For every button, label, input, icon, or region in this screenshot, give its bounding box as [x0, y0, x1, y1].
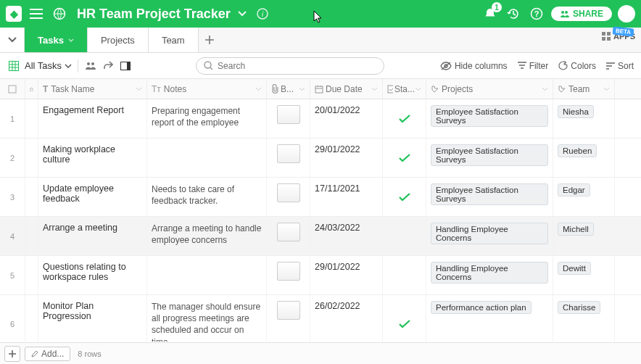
expand-sidebar-icon[interactable] [0, 28, 25, 52]
due-date-cell[interactable]: 24/03/2022 [310, 217, 383, 255]
add-tab-button[interactable] [199, 28, 220, 52]
task-name-cell[interactable]: Making workplace culture [38, 138, 147, 177]
team-chip[interactable]: Rueben [558, 144, 597, 157]
task-name-cell[interactable]: Update employee feedback [38, 178, 147, 216]
add-row-button[interactable] [4, 346, 20, 362]
notes-cell[interactable]: Needs to take care of feedback tracker. [147, 178, 267, 216]
chevron-down-icon[interactable] [542, 87, 548, 91]
row-number[interactable]: 5 [0, 256, 25, 294]
colors-button[interactable]: Colors [558, 61, 596, 71]
team-cell[interactable]: Dewitt [553, 256, 615, 294]
project-cell[interactable]: Employee Satisfaction Surveys [426, 138, 553, 177]
task-name-cell[interactable]: Arrange a meeting [38, 217, 147, 255]
attachment-thumbnail[interactable] [277, 183, 300, 202]
column-attachments[interactable]: B... [267, 79, 310, 99]
chevron-down-icon[interactable] [238, 11, 247, 17]
project-cell[interactable]: Performance action plan [426, 295, 553, 342]
notes-cell[interactable]: Arrange a meeting to handle employee con… [147, 217, 267, 255]
hide-columns-button[interactable]: Hide columns [440, 61, 508, 71]
chevron-down-icon[interactable] [136, 87, 142, 91]
team-chip[interactable]: Niesha [558, 105, 594, 118]
status-cell[interactable] [383, 99, 426, 138]
notes-cell[interactable]: The manager should ensure all progress m… [147, 295, 267, 342]
table-row[interactable]: 1Engagement ReportPreparing engagement r… [0, 99, 641, 138]
team-chip[interactable]: Charisse [558, 301, 600, 314]
people-icon[interactable] [84, 59, 97, 73]
notes-cell[interactable]: Preparing engagement report of the emplo… [147, 99, 267, 138]
attachment-thumbnail[interactable] [277, 262, 300, 281]
status-cell[interactable] [383, 295, 426, 342]
column-projects[interactable]: Projects [426, 79, 553, 99]
search-input-wrap[interactable] [196, 57, 384, 75]
table-row[interactable]: 6Monitor Plan ProgressionThe manager sho… [0, 295, 641, 342]
menu-icon[interactable] [28, 5, 45, 22]
table-row[interactable]: 3Update employee feedbackNeeds to take c… [0, 178, 641, 217]
user-avatar[interactable] [618, 5, 635, 22]
project-cell[interactable]: Handling Employee Concerns [426, 217, 553, 255]
filter-button[interactable]: Filter [518, 61, 549, 71]
help-icon[interactable]: ? [528, 5, 545, 22]
layout-icon[interactable] [119, 59, 132, 73]
project-chip[interactable]: Employee Satisfaction Surveys [431, 144, 548, 166]
due-date-cell[interactable]: 29/01/2022 [310, 138, 383, 177]
chevron-down-icon[interactable] [299, 87, 305, 91]
team-chip[interactable]: Michell [558, 223, 594, 236]
tab-team[interactable]: Team [149, 28, 199, 52]
team-chip[interactable]: Dewitt [558, 262, 591, 275]
attachment-cell[interactable] [267, 217, 310, 255]
select-all-checkbox[interactable] [0, 79, 25, 99]
row-number[interactable]: 3 [0, 178, 25, 216]
globe-icon[interactable] [51, 5, 68, 22]
attachment-cell[interactable] [267, 256, 310, 294]
row-number[interactable]: 4 [0, 217, 25, 255]
share-button[interactable]: SHARE [551, 7, 612, 21]
grid-view-icon[interactable] [7, 59, 20, 73]
team-cell[interactable]: Charisse [553, 295, 615, 342]
row-number[interactable]: 2 [0, 138, 25, 177]
tab-projects[interactable]: Projects [88, 28, 149, 52]
search-input[interactable] [218, 61, 376, 71]
page-title[interactable]: HR Team Project Tracker [77, 7, 231, 22]
add-menu-button[interactable]: Add... [25, 347, 70, 361]
column-status[interactable]: Sta... [383, 79, 426, 99]
chevron-down-icon[interactable] [603, 87, 610, 91]
attachment-thumbnail[interactable] [277, 223, 300, 241]
table-row[interactable]: 2Making workplace culture29/01/2022Emplo… [0, 138, 641, 178]
view-selector[interactable]: All Tasks [25, 60, 72, 71]
chevron-down-icon[interactable] [255, 87, 262, 91]
history-icon[interactable] [505, 5, 522, 22]
info-icon[interactable]: i [257, 8, 268, 20]
team-cell[interactable]: Rueben [553, 138, 615, 177]
attachment-thumbnail[interactable] [277, 105, 300, 124]
row-number[interactable]: 1 [0, 99, 25, 138]
app-logo[interactable]: ◆ [6, 6, 22, 22]
project-cell[interactable]: Employee Satisfaction Surveys [426, 99, 553, 138]
due-date-cell[interactable]: 17/11/2021 [310, 178, 383, 216]
project-chip[interactable]: Performance action plan [431, 301, 532, 314]
status-cell[interactable] [383, 178, 426, 216]
column-due-date[interactable]: Due Date [310, 79, 383, 99]
project-chip[interactable]: Employee Satisfaction Surveys [431, 183, 548, 205]
status-cell[interactable] [383, 217, 426, 255]
team-cell[interactable]: Michell [553, 217, 615, 255]
task-name-cell[interactable]: Questions relating to workspace rules [38, 256, 147, 294]
share-view-icon[interactable] [102, 59, 115, 73]
lock-column-icon[interactable] [25, 79, 38, 99]
sort-button[interactable]: Sort [606, 61, 634, 71]
project-cell[interactable]: Handling Employee Concerns [426, 256, 553, 294]
attachment-cell[interactable] [267, 138, 310, 177]
column-notes[interactable]: Tт Notes [147, 79, 267, 99]
column-task-name[interactable]: T Task Name [38, 79, 147, 99]
team-cell[interactable]: Edgar [553, 178, 615, 216]
task-name-cell[interactable]: Engagement Report [38, 99, 147, 138]
attachment-cell[interactable] [267, 295, 310, 342]
attachment-cell[interactable] [267, 178, 310, 216]
project-cell[interactable]: Employee Satisfaction Surveys [426, 178, 553, 216]
grid-body[interactable]: 1Engagement ReportPreparing engagement r… [0, 99, 641, 342]
due-date-cell[interactable]: 20/01/2022 [310, 99, 383, 138]
column-team[interactable]: Team [553, 79, 615, 99]
project-chip[interactable]: Handling Employee Concerns [431, 262, 548, 284]
team-chip[interactable]: Edgar [558, 183, 590, 197]
project-chip[interactable]: Employee Satisfaction Surveys [431, 105, 548, 127]
tab-tasks[interactable]: Tasks [25, 28, 88, 52]
